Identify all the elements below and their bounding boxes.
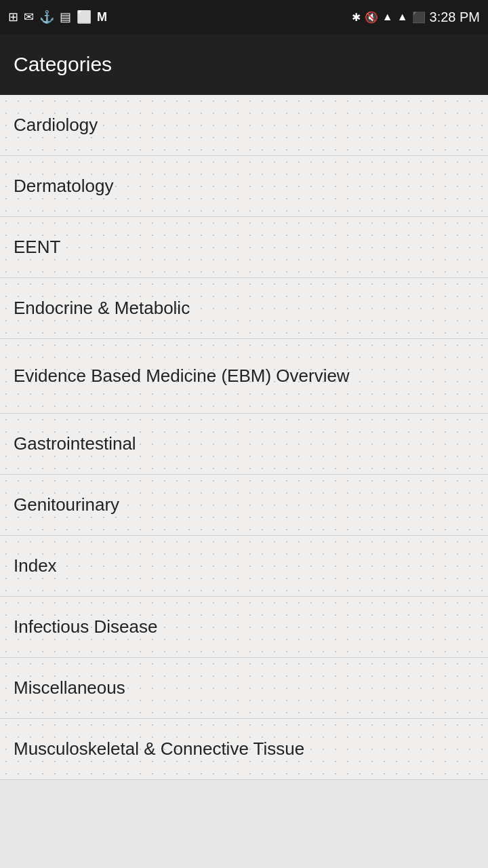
status-time: 3:28 PM [430,9,480,25]
mail-icon: ✉ [24,9,34,24]
wifi-icon: ▲ [382,11,393,23]
category-item-gastrointestinal[interactable]: Gastrointestinal [0,414,488,475]
mute-icon: 🔇 [365,11,378,24]
category-item-eent[interactable]: EENT [0,217,488,278]
category-label-cardiology: Cardiology [14,114,98,137]
app-bar-title: Categories [14,53,112,76]
category-item-dermatology[interactable]: Dermatology [0,156,488,217]
screen-icon: ▤ [60,9,71,24]
status-bar-right: ✱ 🔇 ▲ ▲ ⬛ 3:28 PM [352,9,480,25]
category-label-endocrine-metabolic: Endocrine & Metabolic [14,297,190,320]
category-label-dermatology: Dermatology [14,175,113,198]
category-label-musculoskeletal: Musculoskeletal & Connective Tissue [14,738,304,761]
category-item-genitourinary[interactable]: Genitourinary [0,475,488,536]
category-label-ebm-overview: Evidence Based Medicine (EBM) Overview [14,365,350,388]
category-item-infectious-disease[interactable]: Infectious Disease [0,597,488,658]
app-bar: Categories [0,34,488,95]
category-label-index: Index [14,555,57,578]
gmail-icon: M [97,10,107,24]
category-label-miscellaneous: Miscellaneous [14,677,125,700]
category-item-endocrine-metabolic[interactable]: Endocrine & Metabolic [0,278,488,339]
add-icon: ⊞ [8,9,18,24]
category-label-infectious-disease: Infectious Disease [14,616,157,639]
category-item-ebm-overview[interactable]: Evidence Based Medicine (EBM) Overview [0,339,488,414]
category-label-gastrointestinal: Gastrointestinal [14,433,136,456]
category-item-cardiology[interactable]: Cardiology [0,95,488,156]
category-list: Cardiology Dermatology EENT Endocrine & … [0,95,488,780]
battery-icon: ⬛ [412,11,426,24]
bluetooth-icon: ✱ [352,11,361,24]
signal-icon: ▲ [397,11,408,23]
status-bar-left: ⊞ ✉ ⚓ ▤ ⬜ M [8,9,107,24]
image-icon: ⬜ [77,9,92,24]
category-item-index[interactable]: Index [0,536,488,597]
category-label-genitourinary: Genitourinary [14,494,119,517]
category-item-musculoskeletal[interactable]: Musculoskeletal & Connective Tissue [0,719,488,780]
category-item-miscellaneous[interactable]: Miscellaneous [0,658,488,719]
status-bar: ⊞ ✉ ⚓ ▤ ⬜ M ✱ 🔇 ▲ ▲ ⬛ 3:28 PM [0,0,488,34]
usb-icon: ⚓ [39,9,54,24]
category-label-eent: EENT [14,236,60,259]
